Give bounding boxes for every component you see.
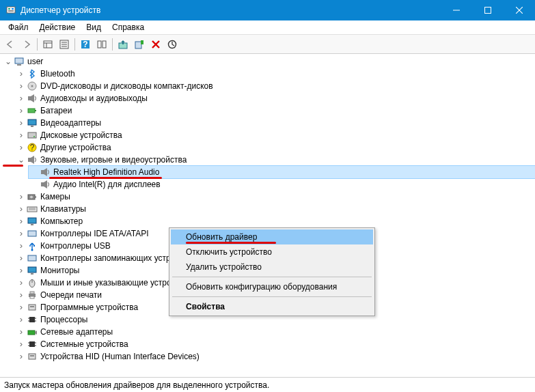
svg-rect-63 <box>29 317 35 322</box>
expand-icon[interactable] <box>17 70 25 78</box>
tree-category[interactable]: Камеры <box>16 191 535 203</box>
tree-category[interactable]: ?Другие устройства <box>16 141 535 154</box>
device-label: Аудио Intel(R) для дисплеев <box>53 180 161 189</box>
svg-rect-31 <box>35 110 36 111</box>
show-hide-tree-button[interactable] <box>40 37 55 52</box>
expand-icon[interactable] <box>17 279 25 287</box>
window-title: Диспетчер устройств <box>20 5 441 15</box>
expand-icon[interactable] <box>17 107 25 115</box>
category-label: Дисковые устройства <box>40 130 122 140</box>
tree-device[interactable]: Аудио Intel(R) для дисплеев <box>29 178 535 191</box>
context-update-driver[interactable]: Обновить драйвер <box>171 229 373 244</box>
update-driver-button[interactable] <box>115 37 131 52</box>
tree-category[interactable]: Клавиатуры <box>16 203 535 215</box>
category-icon <box>27 240 38 251</box>
category-label: Аудиовходы и аудиовыходы <box>40 94 148 103</box>
tree-category[interactable]: Системные устройства <box>16 338 535 350</box>
expand-icon[interactable] <box>17 143 25 152</box>
app-icon <box>5 5 16 16</box>
svg-rect-18 <box>102 41 106 48</box>
category-icon <box>27 302 38 313</box>
device-tree[interactable]: user BluetoothDVD-дисководы и дисководы … <box>0 54 535 377</box>
expand-icon[interactable] <box>17 82 25 90</box>
tree-category[interactable]: Bluetooth <box>16 68 535 80</box>
tree-category[interactable]: Звуковые, игровые и видеоустройства <box>16 154 535 166</box>
maximize-button[interactable] <box>472 0 504 20</box>
expand-icon[interactable] <box>17 94 25 102</box>
tree-category[interactable]: Устройства HID (Human Interface Devices) <box>16 350 535 363</box>
expand-icon[interactable] <box>17 254 25 262</box>
context-scan-hardware[interactable]: Обновить конфигурацию оборудования <box>171 279 373 294</box>
context-item-label: Обновить конфигурацию оборудования <box>186 282 337 292</box>
expand-icon[interactable] <box>17 352 25 361</box>
svg-point-35 <box>33 136 35 137</box>
context-disable-device[interactable]: Отключить устройство <box>171 244 373 260</box>
expand-icon[interactable] <box>17 156 25 164</box>
expand-icon[interactable] <box>17 266 25 275</box>
properties-button[interactable] <box>57 37 72 52</box>
expand-icon[interactable] <box>17 328 25 336</box>
expand-icon[interactable] <box>17 205 25 213</box>
svg-rect-5 <box>485 8 491 14</box>
tree-category[interactable]: Видеоадаптеры <box>16 117 535 129</box>
tree-category[interactable]: Батареи <box>16 104 535 117</box>
expand-icon[interactable] <box>17 131 25 139</box>
toolbar-separator <box>74 38 75 51</box>
svg-rect-68 <box>28 331 35 335</box>
tree-category[interactable]: Сетевые адаптеры <box>16 326 535 338</box>
tree-category[interactable]: DVD-дисководы и дисководы компакт-дисков <box>16 80 535 92</box>
category-icon <box>27 265 38 276</box>
expand-icon[interactable] <box>17 316 25 324</box>
menu-file[interactable]: Файл <box>3 21 34 33</box>
menu-view[interactable]: Вид <box>81 21 107 33</box>
svg-rect-54 <box>28 267 36 272</box>
computer-icon <box>14 56 25 67</box>
category-label: Системные устройства <box>40 339 128 349</box>
back-button[interactable] <box>3 37 18 52</box>
toolbar-separator <box>112 38 113 51</box>
expand-icon[interactable] <box>4 57 12 66</box>
category-label: Сетевые адаптеры <box>40 327 113 337</box>
expand-icon[interactable] <box>17 291 25 299</box>
svg-rect-52 <box>33 245 35 247</box>
tree-category[interactable]: Дисковые устройства <box>16 129 535 141</box>
menu-help[interactable]: Справка <box>107 21 150 33</box>
tree-category[interactable]: Аудиовходы и аудиовыходы <box>16 92 535 104</box>
expand-icon[interactable] <box>17 229 25 238</box>
scan-hardware-button[interactable] <box>132 37 147 52</box>
svg-point-28 <box>31 85 33 87</box>
expand-icon[interactable] <box>17 193 25 201</box>
category-icon <box>27 326 38 337</box>
toolbar: ? <box>0 35 535 54</box>
expand-icon[interactable] <box>17 303 25 311</box>
context-menu: Обновить драйвер Отключить устройство Уд… <box>169 227 375 316</box>
category-label: Программные устройства <box>40 303 138 312</box>
uninstall-button[interactable] <box>148 37 163 52</box>
forward-button[interactable] <box>19 37 34 52</box>
expand-icon[interactable] <box>17 242 25 250</box>
category-label: Контроллеры USB <box>40 241 111 251</box>
expand-icon[interactable] <box>17 340 25 348</box>
tree-device[interactable]: Realtek High Definition Audio <box>29 166 535 178</box>
view-button[interactable] <box>94 37 109 52</box>
context-properties[interactable]: Свойства <box>171 299 373 314</box>
close-button[interactable] <box>504 0 535 20</box>
tree-root[interactable]: user <box>3 55 535 68</box>
disable-button[interactable] <box>165 37 180 52</box>
context-item-label: Обновить драйвер <box>186 232 257 242</box>
category-icon <box>27 191 38 202</box>
context-item-label: Свойства <box>186 302 225 311</box>
expand-icon[interactable] <box>17 119 25 127</box>
category-label: DVD-дисководы и дисководы компакт-дисков <box>40 81 213 91</box>
device-label: Realtek High Definition Audio <box>53 167 159 177</box>
category-icon <box>27 253 38 264</box>
context-remove-device[interactable]: Удалить устройство <box>171 260 373 275</box>
expand-placeholder <box>30 180 38 188</box>
minimize-button[interactable] <box>441 0 472 20</box>
category-icon <box>27 351 38 362</box>
help-button[interactable]: ? <box>78 37 93 52</box>
expand-icon[interactable] <box>17 217 25 225</box>
tree-category[interactable]: Компьютер <box>16 215 535 227</box>
svg-rect-48 <box>31 224 33 225</box>
menu-action[interactable]: Действие <box>34 21 81 33</box>
